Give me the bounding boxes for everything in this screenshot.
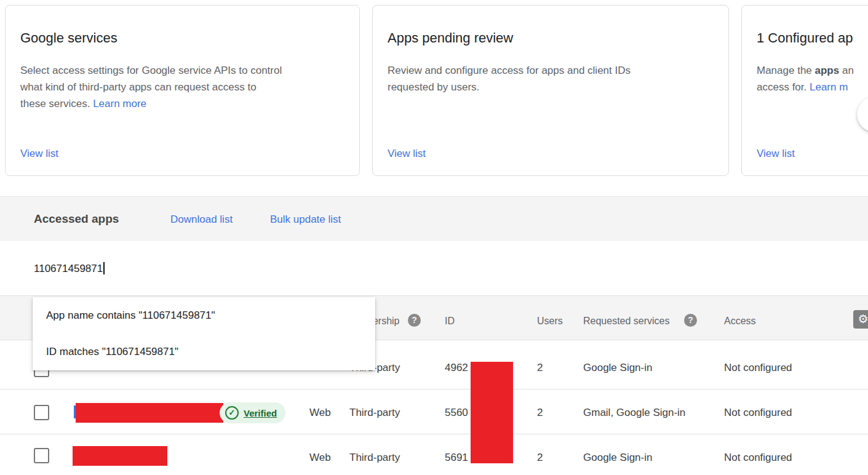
app-search-row: 110671459871: [0, 241, 868, 295]
card-title: Google services: [20, 30, 117, 46]
learn-more-link[interactable]: Learn m: [810, 81, 848, 93]
card-configured-apps: 1 Configured ap Manage the apps an acces…: [741, 5, 868, 176]
cell-ownership: Third-party: [349, 407, 400, 419]
text-cursor: [103, 262, 105, 274]
learn-more-link[interactable]: Learn more: [93, 98, 146, 110]
suggestion-id-matches[interactable]: ID matches "110671459871": [33, 333, 375, 370]
accessed-apps-toolbar: Accessed apps Download list Bulk update …: [0, 196, 868, 241]
app-access-control-page: Google services Select access settings f…: [0, 0, 868, 475]
card-body-line: an: [839, 65, 854, 76]
cell-requested-services: Google Sign-in: [583, 362, 652, 374]
requested-services-help-icon[interactable]: ?: [684, 314, 697, 327]
card-body-line: Select access settings for Google servic…: [20, 65, 282, 76]
view-list-link[interactable]: View list: [757, 148, 795, 160]
view-list-link[interactable]: View list: [20, 148, 58, 160]
card-google-services: Google services Select access settings f…: [5, 5, 360, 176]
cell-users: 2: [537, 407, 543, 419]
cell-id: 4962: [445, 362, 468, 374]
search-text: 110671459871: [34, 263, 103, 274]
app-name-redaction: [73, 446, 167, 466]
section-title: Accessed apps: [34, 212, 119, 226]
row-checkbox[interactable]: [34, 448, 49, 463]
table-row[interactable]: ✓ Verified Web Third-party 5560 2 Gmail,…: [0, 389, 868, 434]
suggestion-app-name-contains[interactable]: App name contains "110671459871": [33, 297, 375, 333]
cell-requested-services: Google Sign-in: [583, 452, 652, 464]
card-body-line: what kind of third-party apps can reques…: [20, 81, 257, 93]
download-list-link[interactable]: Download list: [170, 214, 233, 226]
cell-ownership: Third-party: [349, 452, 400, 464]
card-apps-pending-review: Apps pending review Review and configure…: [372, 5, 729, 176]
card-body-line: these services.: [20, 98, 90, 110]
cell-access: Not configured: [724, 407, 792, 419]
row-checkbox[interactable]: [34, 405, 49, 420]
verified-badge[interactable]: ✓ Verified: [220, 402, 285, 423]
card-body: Review and configure access for apps and…: [388, 62, 631, 95]
cell-requested-services: Gmail, Google Sign-in: [583, 407, 685, 419]
cell-access: Not configured: [724, 452, 792, 464]
bulk-update-list-link[interactable]: Bulk update list: [270, 214, 341, 226]
card-title: 1 Configured ap: [757, 30, 853, 46]
ownership-help-icon[interactable]: ?: [408, 314, 421, 327]
search-suggestions-dropdown: App name contains "110671459871" ID matc…: [33, 297, 375, 370]
cell-platform: Web: [309, 452, 331, 464]
view-list-link[interactable]: View list: [388, 148, 426, 160]
card-body-line: requested by users.: [388, 81, 479, 93]
verified-label: Verified: [244, 408, 277, 418]
manage-columns-gear-icon[interactable]: ⚙: [853, 310, 868, 329]
card-body-line: access for.: [757, 81, 810, 93]
card-body-line: Manage the: [757, 65, 815, 76]
card-title: Apps pending review: [388, 30, 513, 46]
app-search-input[interactable]: 110671459871: [34, 262, 105, 275]
verified-check-icon: ✓: [225, 406, 239, 420]
app-name-redaction: [76, 403, 223, 423]
card-body: Select access settings for Google servic…: [20, 62, 282, 112]
card-body: Manage the apps an access for. Learn m: [757, 62, 854, 95]
column-header-users[interactable]: Users: [537, 316, 563, 327]
column-header-access[interactable]: Access: [724, 316, 756, 327]
cell-users: 2: [537, 452, 543, 464]
card-body-bold: apps: [815, 65, 840, 76]
cell-id: 5560: [445, 407, 468, 419]
table-row[interactable]: Web Third-party 5691 2 Google Sign-in No…: [0, 434, 868, 475]
cell-users: 2: [537, 362, 543, 374]
card-body-line: Review and configure access for apps and…: [388, 65, 631, 76]
cell-platform: Web: [309, 407, 331, 419]
cell-access: Not configured: [724, 362, 792, 374]
id-column-redaction: [471, 362, 513, 463]
column-header-id[interactable]: ID: [445, 316, 455, 327]
cell-id: 5691: [445, 452, 468, 464]
column-header-requested-services[interactable]: Requested services: [583, 316, 670, 327]
